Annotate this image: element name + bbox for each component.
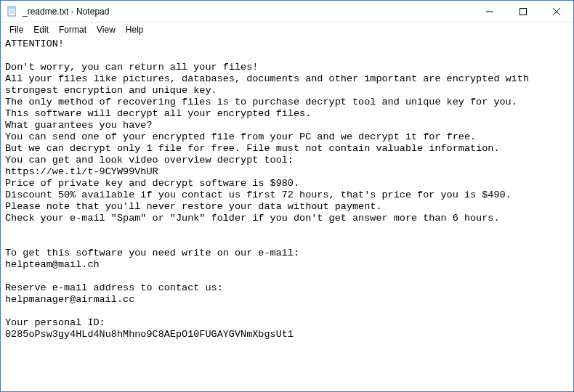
minimize-button[interactable] xyxy=(473,1,506,22)
maximize-button[interactable] xyxy=(506,1,540,22)
menu-file[interactable]: File xyxy=(5,24,28,36)
menu-format[interactable]: Format xyxy=(54,24,91,36)
menu-edit[interactable]: Edit xyxy=(29,24,53,36)
svg-rect-6 xyxy=(520,8,527,15)
menu-view[interactable]: View xyxy=(92,24,120,36)
close-button[interactable] xyxy=(540,1,573,22)
window-title: _readme.txt - Notepad xyxy=(23,7,473,17)
menu-help[interactable]: Help xyxy=(121,24,148,36)
menubar: File Edit Format View Help xyxy=(1,23,573,37)
titlebar: _readme.txt - Notepad xyxy=(1,1,573,23)
notepad-icon xyxy=(7,6,18,17)
notepad-window: _readme.txt - Notepad File Edit Format V… xyxy=(0,0,574,392)
text-area[interactable]: ATTENTION! Don't worry, you can return a… xyxy=(1,37,573,391)
window-controls xyxy=(473,1,573,22)
svg-rect-1 xyxy=(8,7,15,9)
